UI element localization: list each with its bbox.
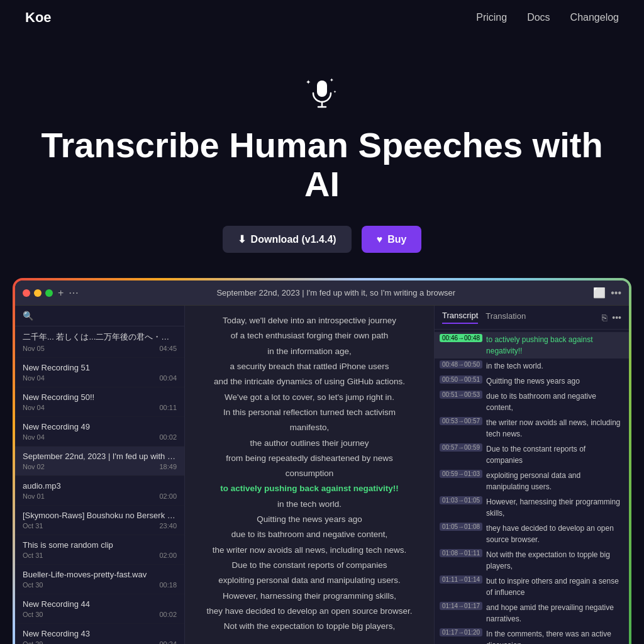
sidebar: 🔍 二千年... 若しくは...二万年後の君へ・・・.mp4 Nov 05 04…: [15, 306, 185, 644]
sidebar-item-meta: Nov 02 18:49: [23, 463, 177, 470]
minimize-button[interactable]: [34, 289, 42, 297]
heart-icon: ♥: [377, 234, 383, 245]
sidebar-item-duration: 00:02: [159, 611, 177, 618]
download-button[interactable]: ⬇ Download (v1.4.4): [223, 226, 352, 253]
sidebar-item[interactable]: New Recording 49 Nov 04 00:02: [15, 417, 184, 447]
sidebar-item-title: audio.mp3: [23, 481, 177, 491]
maximize-button[interactable]: [45, 289, 53, 297]
transcript-line: a security breach that rattled iPhone us…: [200, 359, 419, 374]
add-icon[interactable]: +: [58, 287, 64, 299]
sidebar-item-title: New Recording 51: [23, 363, 177, 372]
right-panel-line[interactable]: 01:17→01:20 In the comments, there was a…: [435, 626, 629, 644]
sidebar-item-meta: Nov 04 00:04: [23, 374, 177, 382]
sidebar-list: 二千年... 若しくは...二万年後の君へ・・・.mp4 Nov 05 04:4…: [15, 326, 184, 644]
transcript-line: Not with the expectation to topple big p…: [200, 619, 419, 634]
right-panel-line[interactable]: 01:03→01:05 However, harnessing their pr…: [435, 494, 629, 521]
line-text: they have decided to develop an open sou…: [486, 523, 624, 545]
sidebar-item[interactable]: New Recording 50!! Nov 04 00:11: [15, 387, 184, 417]
transcript-line: manifesto,: [200, 420, 419, 435]
tab-translation[interactable]: Translation: [486, 311, 526, 323]
sidebar-item-duration: 00:04: [159, 374, 177, 382]
app-body: 🔍 二千年... 若しくは...二万年後の君へ・・・.mp4 Nov 05 04…: [15, 306, 629, 644]
sidebar-item-date: Oct 29: [23, 640, 43, 644]
transcript-line: Quitting the news years ago: [200, 512, 419, 527]
more-icon[interactable]: •••: [611, 287, 621, 299]
panel-more-icon[interactable]: •••: [612, 313, 621, 323]
transcript-line: the writer now avoids all news, includin…: [200, 543, 419, 558]
time-badge: 01:17→01:20: [440, 628, 482, 636]
traffic-lights: [23, 289, 53, 297]
line-text: However, harnessing their programming sk…: [486, 496, 624, 519]
svg-text:✦: ✦: [333, 90, 336, 94]
settings-icon[interactable]: ⋯: [69, 287, 79, 299]
sidebar-search-icon[interactable]: 🔍: [23, 311, 33, 321]
line-text: but to inspire others and regain a sense…: [486, 575, 624, 598]
sidebar-item[interactable]: This is some random clip Oct 31 02:00: [15, 535, 184, 565]
buy-button[interactable]: ♥ Buy: [362, 226, 422, 253]
sidebar-item-title: Bueller-Life-moves-pretty-fast.wav: [23, 570, 177, 579]
right-panel-line[interactable]: 00:46→00:48 to actively pushing back aga…: [435, 332, 629, 358]
sidebar-item[interactable]: Bueller-Life-moves-pretty-fast.wav Oct 3…: [15, 565, 184, 594]
sidebar-item-duration: 18:49: [159, 463, 177, 470]
time-badge: 01:14→01:17: [440, 602, 482, 610]
sidebar-item-title: September 22nd, 2023 | I'm fed up with i…: [23, 452, 177, 461]
transcript-line: Today, we'll delve into an introspective…: [200, 313, 419, 328]
close-button[interactable]: [23, 289, 30, 297]
sidebar-item-duration: 23:40: [159, 522, 177, 530]
sidebar-item[interactable]: 二千年... 若しくは...二万年後の君へ・・・.mp4 Nov 05 04:4…: [15, 326, 184, 358]
nav-changelog[interactable]: Changelog: [570, 12, 619, 23]
transcript-line: to actively pushing back against negativ…: [200, 481, 419, 496]
transcript-line: We've got a lot to cover, so let's jump …: [200, 390, 419, 405]
right-panel-line[interactable]: 01:14→01:17 and hope amid the prevailing…: [435, 600, 629, 626]
hero-buttons: ⬇ Download (v1.4.4) ♥ Buy: [223, 226, 422, 253]
logo: Koe: [25, 9, 52, 26]
hero-title: Transcribe Human Speeches with AI: [39, 126, 605, 203]
right-panel-line[interactable]: 00:51→00:53 due to its bathroom and nega…: [435, 389, 629, 415]
time-badge: 00:57→00:59: [440, 443, 482, 452]
transcript-line: due to its bathroom and negative content…: [200, 527, 419, 542]
sidebar-item-duration: 00:11: [159, 404, 177, 411]
main-area: Today, we'll delve into an introspective…: [185, 306, 434, 644]
sidebar-item-duration: 04:45: [159, 345, 177, 352]
sidebar-item-date: Nov 04: [23, 404, 45, 411]
sidebar-item[interactable]: New Recording 51 Nov 04 00:04: [15, 358, 184, 387]
sidebar-item-date: Oct 30: [23, 611, 43, 618]
transcript-line: they have decided to develop an open sou…: [200, 604, 419, 619]
sidebar-item-date: Nov 04: [23, 374, 45, 382]
line-text: in the tech world.: [486, 360, 624, 372]
sidebar-item[interactable]: New Recording 43 Oct 29 00:24: [15, 624, 184, 644]
line-text: Not with the expectation to topple big p…: [486, 549, 624, 572]
copy-icon[interactable]: ⎘: [602, 313, 607, 323]
line-text: due to its bathroom and negative content…: [486, 391, 624, 413]
app-window: + ⋯ September 22nd, 2023 | I'm fed up wi…: [15, 280, 629, 644]
sidebar-item[interactable]: New Recording 44 Oct 30 00:02: [15, 594, 184, 624]
sidebar-item-meta: Nov 05 04:45: [23, 345, 177, 352]
right-panel-line[interactable]: 01:08→01:11 Not with the expectation to …: [435, 547, 629, 574]
sidebar-item-meta: Oct 31 23:40: [23, 522, 177, 530]
transcript-line: In this personal reflection turned tech …: [200, 405, 419, 420]
titlebar-right-actions: ⬜ •••: [593, 287, 621, 299]
right-panel-line[interactable]: 00:57→00:59 Due to the constant reports …: [435, 441, 629, 468]
line-text: Due to the constant reports of companies: [486, 443, 624, 466]
time-badge: 00:53→00:57: [440, 417, 482, 425]
sidebar-item[interactable]: audio.mp3 Nov 01 02:00: [15, 476, 184, 506]
sidebar-item-duration: 02:00: [159, 552, 177, 559]
mic-icon: ✦ ✦ ✦: [302, 73, 342, 113]
sidebar-item-title: 二千年... 若しくは...二万年後の君へ・・・.mp4: [23, 331, 177, 343]
transcript-line: However, harnessing their programming sk…: [200, 589, 419, 604]
right-panel-line[interactable]: 00:50→00:51 Quitting the news years ago: [435, 374, 629, 389]
sidebar-item[interactable]: [Skymoon-Raws] Boushoku no Berserk - 04 …: [15, 506, 184, 535]
time-badge: 01:03→01:05: [440, 496, 482, 504]
right-panel-line[interactable]: 01:11→01:14 but to inspire others and re…: [435, 574, 629, 600]
sidebar-item[interactable]: September 22nd, 2023 | I'm fed up with i…: [15, 447, 184, 476]
sidebar-item-date: Nov 04: [23, 433, 45, 441]
expand-icon[interactable]: ⬜: [593, 287, 606, 299]
right-panel-line[interactable]: 00:48→00:50 in the tech world.: [435, 358, 629, 374]
right-panel-line[interactable]: 00:53→00:57 the writer now avoids all ne…: [435, 415, 629, 441]
right-panel-line[interactable]: 01:05→01:08 they have decided to develop…: [435, 521, 629, 547]
nav-pricing[interactable]: Pricing: [476, 12, 507, 23]
sidebar-item-title: New Recording 49: [23, 422, 177, 431]
right-panel-line[interactable]: 00:59→01:03 exploiting personal data and…: [435, 468, 629, 494]
nav-docs[interactable]: Docs: [527, 12, 550, 23]
tab-transcript[interactable]: Transcript: [442, 311, 478, 324]
